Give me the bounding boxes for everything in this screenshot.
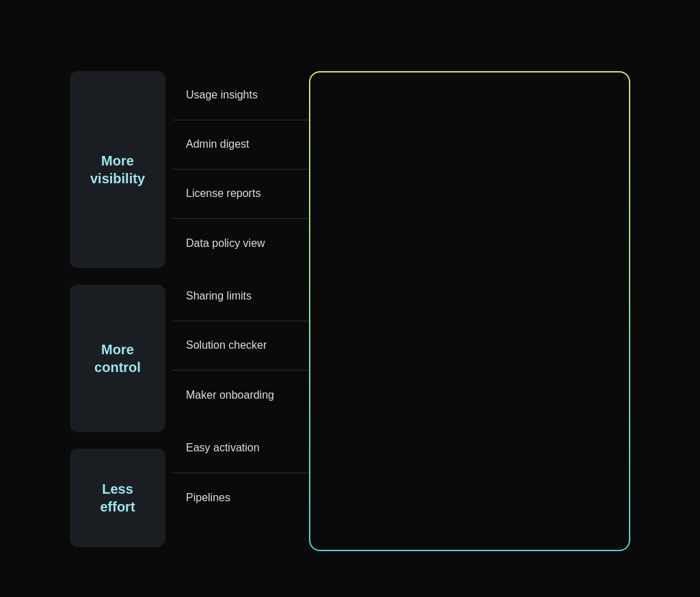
svg-point-4	[396, 235, 414, 252]
svg-point-8	[546, 336, 564, 354]
today-cell	[329, 437, 480, 459]
group-label-visibility: More visibility	[90, 152, 145, 187]
feature-name: Usage insights	[172, 82, 329, 108]
header-row	[206, 47, 630, 71]
svg-point-5	[546, 235, 564, 252]
group-block-visibility: More visibility	[70, 71, 165, 268]
table-row: Sharing limits	[172, 272, 630, 321]
q4-cell	[480, 84, 630, 106]
feature-name: License reports	[172, 181, 329, 207]
svg-point-3	[546, 185, 564, 202]
q4-cell	[480, 384, 630, 406]
today-cell	[329, 133, 480, 155]
main-grid: More visibilityMore controlLess effort U…	[70, 71, 630, 551]
svg-point-11	[546, 439, 564, 457]
group-block-control: More control	[70, 284, 165, 432]
svg-point-2	[546, 135, 564, 153]
q4-cell	[480, 133, 630, 155]
q4-cell	[480, 437, 630, 459]
today-cell	[329, 285, 480, 307]
today-header	[206, 47, 418, 71]
q4-cell	[480, 487, 630, 509]
table-row: License reports	[172, 170, 630, 219]
group-label-effort: Less effort	[100, 480, 135, 516]
feature-name: Sharing limits	[172, 283, 329, 309]
q4-header	[418, 47, 630, 71]
svg-point-0	[546, 86, 564, 104]
table-row: Solution checker	[172, 321, 630, 371]
feature-name: Pipelines	[172, 485, 329, 511]
feature-name: Easy activation	[172, 435, 329, 461]
today-cell	[329, 233, 480, 254]
table-row: Data policy view	[172, 219, 630, 268]
rows-section-control: Sharing limitsSolution checkerMaker onbo…	[172, 272, 630, 420]
q4-cell	[480, 285, 630, 307]
group-label-control: More control	[94, 341, 141, 376]
svg-point-7	[546, 287, 564, 305]
table-row: Easy activation	[172, 424, 630, 473]
feature-name: Data policy view	[172, 230, 329, 256]
feature-name: Maker onboarding	[172, 382, 329, 408]
svg-point-1	[396, 135, 414, 153]
group-block-effort: Less effort	[70, 449, 165, 547]
rows-section-visibility: Usage insightsAdmin digestLicense report…	[172, 71, 630, 268]
svg-point-10	[396, 439, 414, 457]
feature-name: Solution checker	[172, 332, 329, 358]
q4-cell	[480, 233, 630, 254]
table-row: Admin digest	[172, 120, 630, 170]
svg-point-9	[546, 386, 564, 404]
table-row: Pipelines	[172, 473, 630, 522]
table-row: Maker onboarding	[172, 371, 630, 420]
svg-point-12	[546, 489, 564, 507]
q4-cell	[480, 183, 630, 204]
main-container: More visibilityMore controlLess effort U…	[70, 47, 630, 551]
q4-cell	[480, 334, 630, 356]
feature-name: Admin digest	[172, 131, 329, 157]
svg-point-6	[396, 287, 414, 305]
groups-column: More visibilityMore controlLess effort	[70, 71, 165, 551]
rows-column: Usage insightsAdmin digestLicense report…	[172, 71, 630, 551]
table-row: Usage insights	[172, 71, 630, 120]
rows-section-effort: Easy activationPipelines	[172, 424, 630, 522]
